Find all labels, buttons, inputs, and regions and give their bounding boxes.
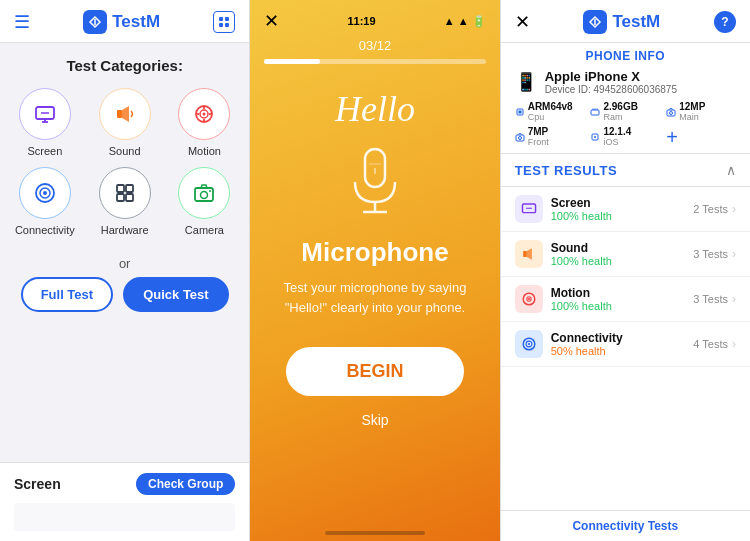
chevron-up-icon[interactable]: ∧ <box>726 162 736 178</box>
check-group-badge[interactable]: Check Group <box>136 473 235 495</box>
result-tests-connectivity: 4 Tests <box>693 338 728 350</box>
p2-status-icons: ▲ ▲ 🔋 <box>444 15 486 28</box>
test-button-row: Full Test Quick Test <box>10 277 239 312</box>
result-health-screen: 100% health <box>551 210 694 222</box>
category-screen[interactable]: Screen <box>10 88 80 157</box>
hardware-label: Hardware <box>101 224 149 236</box>
connectivity-tests-label[interactable]: Connectivity Tests <box>572 519 678 533</box>
svg-rect-40 <box>516 135 524 141</box>
result-tests-screen: 2 Tests <box>693 203 728 215</box>
result-icon-motion <box>515 285 543 313</box>
p3-bottom-bar: Connectivity Tests <box>501 510 750 541</box>
camera-circle <box>178 167 230 219</box>
p3-close-icon[interactable]: ✕ <box>515 11 530 33</box>
phone-info-title: PHONE INFO <box>515 49 736 63</box>
microphone-icon <box>345 144 405 223</box>
category-camera[interactable]: Camera <box>170 167 240 236</box>
svg-point-51 <box>528 298 530 300</box>
spec-plus[interactable]: + <box>666 126 736 147</box>
test-results-title: TEST RESULTS <box>515 163 618 178</box>
cpu-spec-col: ARM64v8 Cpu <box>528 101 573 122</box>
p3-logo: TestM <box>583 10 660 34</box>
full-test-button[interactable]: Full Test <box>21 277 113 312</box>
result-chevron-screen: › <box>732 202 736 216</box>
result-row-motion[interactable]: Motion 100% health 3 Tests › <box>501 277 750 322</box>
result-row-connectivity[interactable]: Connectivity 50% health 4 Tests › <box>501 322 750 367</box>
test-categories-title: Test Categories: <box>66 57 182 74</box>
ram-icon <box>590 107 600 117</box>
svg-rect-21 <box>126 185 133 192</box>
phone-specs-grid: ARM64v8 Cpu 2.96GB Ram 12MP Main <box>515 101 736 147</box>
front-cam-spec-col: 7MP Front <box>528 126 549 147</box>
result-info-connectivity: Connectivity 50% health <box>551 331 694 357</box>
phone-name-row: 📱 Apple iPhone X Device ID: 494528606036… <box>515 69 736 95</box>
p1-bottom-section-label: Screen <box>14 476 61 492</box>
cpu-icon <box>515 107 525 117</box>
result-info-motion: Motion 100% health <box>551 286 694 312</box>
svg-point-41 <box>518 136 521 139</box>
result-row-screen[interactable]: Screen 100% health 2 Tests › <box>501 187 750 232</box>
svg-rect-20 <box>117 185 124 192</box>
result-health-motion: 100% health <box>551 300 694 312</box>
device-id: Device ID: 494528606036875 <box>545 84 677 95</box>
p2-progress-label: 03/12 <box>264 38 485 53</box>
p1-bottom-row: Screen Check Group <box>14 473 235 495</box>
test-results-header: TEST RESULTS ∧ <box>501 154 750 187</box>
phone-name: Apple iPhone X <box>545 69 677 84</box>
result-row-sound[interactable]: Sound 100% health 3 Tests › <box>501 232 750 277</box>
result-name-screen: Screen <box>551 196 694 210</box>
ram-value: 2.96GB <box>603 101 637 112</box>
testm-logo-icon <box>83 10 107 34</box>
svg-rect-2 <box>219 23 223 27</box>
sound-label: Sound <box>109 145 141 157</box>
motion-label: Motion <box>188 145 221 157</box>
front-cam-label: Front <box>528 137 549 147</box>
results-list: Screen 100% health 2 Tests › Sound 100% … <box>501 187 750 510</box>
p1-header-icon-right[interactable] <box>213 11 235 33</box>
spec-front-cam: 7MP Front <box>515 126 585 147</box>
spec-main-cam: 12MP Main <box>666 101 736 122</box>
category-motion[interactable]: Motion <box>170 88 240 157</box>
connectivity-circle <box>19 167 71 219</box>
p1-header: ☰ TestM <box>0 0 249 43</box>
phone-id-block: Apple iPhone X Device ID: 49452860603687… <box>545 69 677 95</box>
result-icon-sound <box>515 240 543 268</box>
result-chevron-connectivity: › <box>732 337 736 351</box>
svg-rect-1 <box>225 17 229 21</box>
category-connectivity[interactable]: Connectivity <box>10 167 80 236</box>
svg-point-25 <box>201 192 208 199</box>
result-health-connectivity: 50% health <box>551 345 694 357</box>
svg-rect-47 <box>523 251 527 257</box>
category-hardware[interactable]: Hardware <box>90 167 160 236</box>
result-icon-connectivity <box>515 330 543 358</box>
ios-spec-col: 12.1.4 iOS <box>603 126 631 147</box>
svg-point-19 <box>43 191 47 195</box>
p2-status-time: 11:19 <box>347 15 375 27</box>
quick-test-button[interactable]: Quick Test <box>123 277 229 312</box>
hamburger-icon[interactable]: ☰ <box>14 11 30 33</box>
begin-button[interactable]: BEGIN <box>286 347 463 396</box>
svg-rect-8 <box>117 110 122 118</box>
result-info-screen: Screen 100% health <box>551 196 694 222</box>
result-name-motion: Motion <box>551 286 694 300</box>
skip-label[interactable]: Skip <box>361 412 388 428</box>
front-cam-value: 7MP <box>528 126 549 137</box>
p2-test-description: Test your microphone by saying "Hello!" … <box>250 278 499 317</box>
connectivity-label: Connectivity <box>15 224 75 236</box>
cpu-label: Cpu <box>528 112 573 122</box>
ios-value: 12.1.4 <box>603 126 631 137</box>
result-tests-sound: 3 Tests <box>693 248 728 260</box>
p1-logo: TestM <box>83 10 160 34</box>
motion-circle <box>178 88 230 140</box>
home-indicator <box>325 531 425 535</box>
p3-app-name: TestM <box>612 12 660 32</box>
result-name-sound: Sound <box>551 241 694 255</box>
spec-ios: 12.1.4 iOS <box>590 126 660 147</box>
p3-help-icon[interactable]: ? <box>714 11 736 33</box>
testm-logo-icon-p3 <box>583 10 607 34</box>
phone-icon: 📱 <box>515 71 537 93</box>
p2-test-title: Microphone <box>301 237 448 268</box>
ram-spec-col: 2.96GB Ram <box>603 101 637 122</box>
p2-close-icon[interactable]: ✕ <box>264 10 279 32</box>
category-sound[interactable]: Sound <box>90 88 160 157</box>
